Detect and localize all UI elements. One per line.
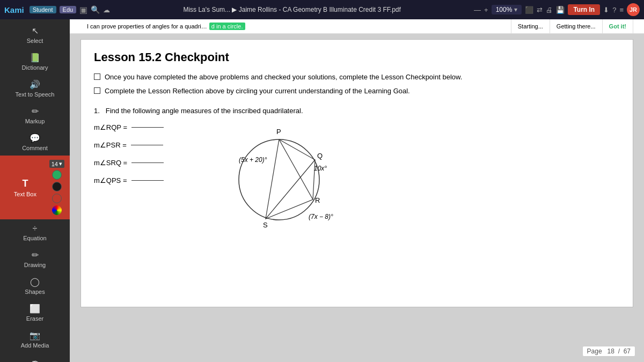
drawing-icon: ✏ bbox=[32, 250, 39, 260]
sidebar-item-equation[interactable]: ÷ Equation bbox=[0, 219, 70, 246]
zoom-level: 100% bbox=[496, 6, 513, 13]
page-label: Page bbox=[587, 348, 602, 355]
lesson-title: Lesson 15.2 Checkpoint bbox=[94, 50, 620, 64]
page-current: 18 bbox=[608, 348, 614, 355]
font-size-control[interactable]: 14 ▾ bbox=[49, 160, 64, 168]
color-black[interactable] bbox=[52, 182, 62, 191]
zoom-control[interactable]: 100% ▾ bbox=[492, 5, 522, 14]
equation-icon: ÷ bbox=[33, 224, 38, 233]
sidebar-item-comment-label: Comment bbox=[22, 145, 48, 151]
angles-grid: m∠RQP = m∠PSR = m∠SRQ = m∠QPS = bbox=[94, 123, 620, 233]
status-starting[interactable]: Starting... bbox=[511, 19, 550, 33]
color-palette[interactable] bbox=[52, 205, 62, 215]
page-total: 67 bbox=[624, 348, 631, 355]
kami-logo: Kami bbox=[4, 5, 24, 14]
angle-qps-label: m∠QPS = bbox=[94, 176, 127, 184]
angle-row-psr: m∠PSR = bbox=[94, 141, 164, 149]
eraser-icon: ⬜ bbox=[30, 304, 40, 314]
list-item: Complete the Lesson Reflection above by … bbox=[94, 86, 620, 97]
textbox-icon: T bbox=[22, 178, 28, 189]
dictionary-icon: 📗 bbox=[30, 53, 40, 63]
sidebar-item-textbox-label: Text Box bbox=[14, 191, 36, 197]
sidebar-item-comment[interactable]: 💬 Comment bbox=[0, 129, 70, 156]
page-number: Page 18 / 67 bbox=[582, 346, 635, 357]
sidebar-item-shapes-label: Shapes bbox=[25, 289, 45, 295]
sidebar-item-dictionary[interactable]: 📗 Dictionary bbox=[0, 48, 70, 75]
sidebar: ↖ Select 📗 Dictionary 🔊 Text to Speech ✏… bbox=[0, 19, 70, 362]
add-media-icon: 📷 bbox=[30, 330, 40, 341]
comment-icon: 💬 bbox=[30, 133, 40, 143]
status-starting-label: Starting... bbox=[518, 23, 543, 29]
status-got-it-label: Got it! bbox=[609, 23, 626, 29]
sidebar-item-dictionary-label: Dictionary bbox=[22, 64, 48, 71]
zoom-chevron[interactable]: ▾ bbox=[514, 6, 517, 13]
search-icon[interactable]: 🔍 bbox=[91, 5, 100, 14]
main-layout: ↖ Select 📗 Dictionary 🔊 Text to Speech ✏… bbox=[0, 19, 644, 362]
svg-text:(5x + 20)°: (5x + 20)° bbox=[239, 156, 267, 164]
sidebar-item-equation-label: Equation bbox=[23, 235, 46, 241]
svg-text:P: P bbox=[276, 128, 281, 136]
sidebar-item-signature[interactable]: ✒ Signature bbox=[0, 353, 70, 362]
color-red[interactable] bbox=[52, 194, 62, 203]
help-icon[interactable]: ? bbox=[612, 6, 616, 14]
sidebar-item-addmedia-label: Add Media bbox=[21, 342, 49, 349]
edu-badge: Edu bbox=[60, 6, 77, 13]
svg-text:10x°: 10x° bbox=[314, 165, 327, 172]
minimize-icon[interactable]: — bbox=[474, 6, 481, 14]
document-title: Miss La's Sum... ▶ Jaime Rollins - CA Ge… bbox=[113, 6, 471, 13]
checkbox1[interactable] bbox=[94, 73, 100, 80]
svg-point-0 bbox=[239, 139, 319, 220]
plus-icon[interactable]: + bbox=[484, 6, 488, 14]
download-icon[interactable]: ⬇ bbox=[603, 6, 609, 14]
status-getting-there-label: Getting there... bbox=[557, 23, 596, 29]
sidebar-item-eraser[interactable]: ⬜ Eraser bbox=[0, 299, 70, 326]
progress-row: I can prove properties of angles for a q… bbox=[70, 19, 644, 34]
cloud-icon: ☁ bbox=[103, 6, 110, 14]
topbar-separator1: ▣ bbox=[79, 5, 87, 15]
sidebar-item-select[interactable]: ↖ Select bbox=[0, 21, 70, 48]
angles-left: m∠RQP = m∠PSR = m∠SRQ = m∠QPS = bbox=[94, 123, 164, 184]
sidebar-item-tts-label: Text to Speech bbox=[16, 91, 55, 98]
angle-rqp-line bbox=[131, 127, 164, 128]
inscribed-quadrilateral-svg: P Q R S (5x + 20)° 10x° (7x − 8)° bbox=[196, 123, 346, 231]
sidebar-item-text-box[interactable]: T Text Box 14 ▾ bbox=[0, 156, 70, 219]
angle-row-srq: m∠SRQ = bbox=[94, 159, 164, 167]
font-size-chevron[interactable]: ▾ bbox=[59, 160, 62, 167]
progress-text: I can prove properties of angles for a q… bbox=[80, 19, 511, 33]
menu-icon[interactable]: ≡ bbox=[619, 6, 624, 14]
color-green[interactable] bbox=[52, 170, 62, 180]
sidebar-item-add-media[interactable]: 📷 Add Media bbox=[0, 326, 70, 353]
list-item: Once you have completed the above proble… bbox=[94, 72, 620, 83]
avatar[interactable]: JR bbox=[627, 3, 640, 16]
sidebar-item-markup[interactable]: ✏ Markup bbox=[0, 102, 70, 129]
svg-text:S: S bbox=[263, 221, 268, 229]
save-icon[interactable]: 💾 bbox=[556, 6, 565, 14]
sidebar-item-eraser-label: Eraser bbox=[26, 315, 43, 322]
problem-text: Find the following angle measures of the… bbox=[106, 107, 303, 115]
turn-in-button[interactable]: Turn In bbox=[568, 4, 600, 15]
sidebar-item-drawing[interactable]: ✏ Drawing bbox=[0, 246, 70, 272]
angle-rqp-label: m∠RQP = bbox=[94, 123, 127, 131]
highlight-text: d in a circle. bbox=[209, 23, 245, 30]
sidebar-item-shapes[interactable]: ◯ Shapes bbox=[0, 272, 70, 299]
circle-diagram: P Q R S (5x + 20)° 10x° (7x − 8)° bbox=[196, 123, 346, 233]
angle-row-qps: m∠QPS = bbox=[94, 176, 164, 184]
content-area: I can prove properties of angles for a q… bbox=[70, 19, 644, 362]
status-getting-there[interactable]: Getting there... bbox=[550, 19, 603, 33]
topbar: Kami Student Edu ▣ 🔍 ☁ Miss La's Sum... … bbox=[0, 0, 644, 19]
print-icon[interactable]: 🖨 bbox=[546, 6, 553, 14]
problem-section: 1. Find the following angle measures of … bbox=[94, 107, 620, 233]
svg-line-2 bbox=[279, 139, 313, 200]
signature-icon: ✒ bbox=[32, 357, 39, 362]
sidebar-item-text-to-speech[interactable]: 🔊 Text to Speech bbox=[0, 75, 70, 102]
svg-text:Q: Q bbox=[317, 152, 323, 160]
student-badge: Student bbox=[30, 6, 56, 13]
svg-text:(7x − 8)°: (7x − 8)° bbox=[309, 213, 333, 220]
angle-qps-line bbox=[131, 180, 164, 181]
checkbox2[interactable] bbox=[94, 87, 100, 94]
font-size-value: 14 bbox=[52, 161, 58, 167]
export-icon[interactable]: ⬛ bbox=[525, 6, 533, 14]
share-icon[interactable]: ⇄ bbox=[537, 6, 543, 14]
markup-icon: ✏ bbox=[32, 106, 39, 116]
status-got-it[interactable]: Got it! bbox=[603, 19, 633, 33]
